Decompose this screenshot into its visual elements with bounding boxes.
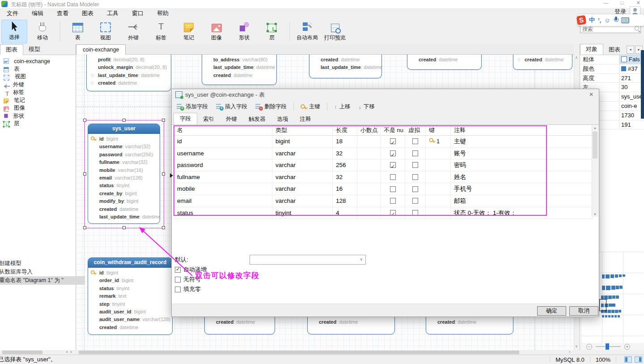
property-value[interactable]: 1730 xyxy=(619,111,644,120)
toggle-left-panel-button[interactable] xyxy=(624,356,632,363)
history-item[interactable]: 从数据库导入 xyxy=(0,268,76,276)
grid-cell[interactable]: password xyxy=(174,159,272,171)
option-填充零[interactable]: 填充零 xyxy=(175,284,577,294)
grid-cell-checkbox[interactable] xyxy=(381,171,405,183)
ok-button[interactable]: 确定 xyxy=(537,306,566,316)
grid-column-header[interactable]: 不是 nu xyxy=(381,125,405,135)
checkbox-unchecked-icon[interactable] xyxy=(412,162,418,168)
grid-cell-checkbox[interactable] xyxy=(381,207,405,219)
grid-cell[interactable]: varchar xyxy=(272,148,333,159)
sidebar-item-标签[interactable]: 标签 xyxy=(0,89,76,97)
sidebar-item-外键[interactable]: 外键 xyxy=(0,81,76,89)
grid-cell-key[interactable]: 1 xyxy=(426,136,451,147)
checkbox-unchecked-icon[interactable] xyxy=(412,138,418,144)
dialog-toolbar-add-field[interactable]: 添加字段 xyxy=(174,102,211,112)
menu-item-文件[interactable]: 文件 xyxy=(0,8,25,19)
ime-ime-mic-icon[interactable] xyxy=(614,17,618,24)
grid-vertical-scrollbar[interactable] xyxy=(592,125,598,217)
grid-cell[interactable]: bigint xyxy=(272,136,333,147)
grid-cell[interactable]: varchar xyxy=(272,171,333,183)
checkbox-unchecked-icon[interactable] xyxy=(621,56,627,62)
dialog-toolbar-delete-field[interactable]: 删除字段 xyxy=(252,102,290,112)
grid-cell[interactable] xyxy=(357,148,381,159)
sidebar-item-层[interactable]: 层 xyxy=(0,120,76,128)
toolbar-foreign-key[interactable]: 外键 xyxy=(121,20,146,43)
zoom-out-button[interactable]: − xyxy=(586,344,592,350)
menu-item-查看[interactable]: 查看 xyxy=(50,8,75,19)
grid-cell-checkbox[interactable] xyxy=(381,183,405,195)
selection-handle[interactable] xyxy=(162,172,165,176)
toolbar-layer[interactable]: 层 xyxy=(259,20,284,43)
entity-partial-2[interactable]: created: datetimelast_update_time: datet… xyxy=(309,55,382,78)
canvas-horizontal-scrollbar[interactable] xyxy=(77,351,568,354)
scroll-right-arrow-icon[interactable]: › xyxy=(569,350,570,354)
default-value-dropdown[interactable] xyxy=(250,255,366,265)
grid-cell[interactable]: username xyxy=(174,148,272,159)
panel-scrollbar-thumb[interactable] xyxy=(2,351,42,354)
panel-horizontal-scrollbar[interactable] xyxy=(0,351,66,354)
grid-cell[interactable]: varchar xyxy=(272,195,333,207)
menu-item-编辑[interactable]: 编辑 xyxy=(25,8,50,19)
grid-cell[interactable] xyxy=(357,195,381,207)
entity-partial-1[interactable]: to_address: varchar(80)last_update_time:… xyxy=(202,55,277,85)
dialog-tab-注释[interactable]: 注释 xyxy=(294,114,317,124)
checkbox-unchecked-icon[interactable] xyxy=(175,287,181,292)
grid-cell[interactable]: tinyint xyxy=(272,207,333,219)
grid-cell-comment[interactable]: 主键 xyxy=(451,136,593,147)
selection-rect[interactable] xyxy=(85,120,164,228)
grid-cell-checkbox[interactable] xyxy=(405,148,426,159)
zoom-slider[interactable] xyxy=(596,346,621,347)
dialog-toolbar-key[interactable]: 主键 xyxy=(297,102,323,112)
grid-row-id[interactable]: idbigint181主键 xyxy=(174,136,593,148)
grid-cell[interactable] xyxy=(357,136,381,147)
grid-cell[interactable]: 128 xyxy=(333,195,357,207)
selection-handle[interactable] xyxy=(123,119,126,122)
property-value[interactable]: 191 xyxy=(619,120,644,129)
grid-cell[interactable]: varchar xyxy=(272,159,333,171)
sidebar-item-coin-exchange[interactable]: coin-exchange xyxy=(0,57,76,65)
property-value[interactable]: Fals xyxy=(619,55,644,64)
toolbar-view[interactable]: 视图 xyxy=(93,20,118,43)
grid-cell[interactable]: varchar xyxy=(272,183,333,195)
grid-cell[interactable] xyxy=(357,183,381,195)
minimize-button[interactable]: — xyxy=(603,0,609,8)
grid-column-header[interactable]: 小数点 xyxy=(357,125,381,135)
toggle-right-panel-button[interactable] xyxy=(635,356,642,363)
toolbar-image[interactable]: 图像 xyxy=(204,20,229,43)
zoom-in-button[interactable]: + xyxy=(624,344,630,350)
grid-cell-comment[interactable]: 邮箱 xyxy=(451,195,593,207)
sogou-logo-icon[interactable]: S xyxy=(576,15,587,26)
dialog-tab-字段[interactable]: 字段 xyxy=(174,113,197,124)
grid-cell-comment[interactable]: 手机号 xyxy=(451,183,593,195)
properties-tab-图表[interactable]: 图表 xyxy=(603,45,626,55)
menu-item-工具[interactable]: 工具 xyxy=(100,8,125,19)
grid-cell[interactable]: mobile xyxy=(174,183,272,195)
grid-row-password[interactable]: passwordvarchar256密码 xyxy=(174,159,593,171)
tab-coin-exchange[interactable]: coin-exchange xyxy=(76,44,126,55)
toolbar-table[interactable]: 表 xyxy=(65,20,90,43)
grid-cell[interactable]: 18 xyxy=(333,136,357,147)
grid-row-username[interactable]: usernamevarchar32账号 xyxy=(174,148,593,160)
grid-row-email[interactable]: emailvarchar128邮箱 xyxy=(174,195,593,207)
checkbox-unchecked-icon[interactable] xyxy=(390,174,396,180)
menu-item-帮助[interactable]: 帮助 xyxy=(150,8,175,19)
property-value[interactable]: 271 xyxy=(619,74,644,83)
grid-cell-comment[interactable]: 状态 0-无效； 1-有效； xyxy=(451,207,593,219)
grid-cell[interactable]: id xyxy=(174,136,272,147)
ime-ime-keyboard-icon[interactable] xyxy=(621,17,629,23)
grid-row-mobile[interactable]: mobilevarchar16手机号 xyxy=(174,183,593,195)
menu-item-窗口[interactable]: 窗口 xyxy=(125,8,150,19)
grid-cell-key[interactable] xyxy=(426,148,451,159)
checkbox-checked-icon[interactable] xyxy=(390,138,396,144)
ime-ime-punct-icon[interactable]: ’, xyxy=(598,17,601,24)
grid-cell-key[interactable] xyxy=(426,171,451,183)
grid-cell-comment[interactable]: 账号 xyxy=(451,148,593,159)
zoom-slider-thumb[interactable] xyxy=(606,343,609,350)
selection-handle[interactable] xyxy=(162,119,165,122)
checkbox-unchecked-icon[interactable] xyxy=(412,150,418,156)
entity-partial-3[interactable]: created: datetime xyxy=(407,55,482,70)
checkbox-unchecked-icon[interactable] xyxy=(390,186,396,192)
dialog-tab-外键[interactable]: 外键 xyxy=(220,114,243,124)
checkbox-unchecked-icon[interactable] xyxy=(412,174,418,180)
grid-cell-checkbox[interactable] xyxy=(381,159,405,171)
